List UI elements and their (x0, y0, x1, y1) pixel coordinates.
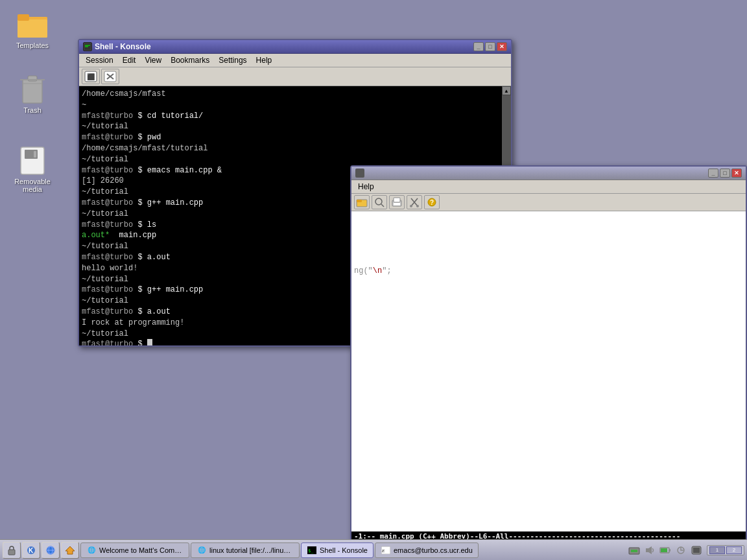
svg-text:K: K (29, 547, 34, 554)
svg-rect-34 (8, 550, 15, 555)
svg-rect-2 (18, 19, 47, 38)
emacs-window-icon (355, 169, 364, 178)
svg-rect-47 (631, 550, 637, 552)
desktop-pager[interactable]: 1 2 (707, 545, 744, 555)
menu-settings[interactable]: Settings (215, 55, 250, 65)
system-tray (625, 544, 706, 557)
systray-network[interactable] (628, 544, 641, 557)
taskbar-item-comucop[interactable]: 🌐 Welcome to Matt's Comucop (80, 542, 189, 558)
svg-rect-27 (394, 203, 400, 205)
svg-text:E: E (381, 548, 385, 554)
svg-text:⬛: ⬛ (87, 73, 95, 81)
trash-icon (17, 74, 48, 105)
emacs-toolbar-search[interactable] (372, 195, 387, 209)
emacs-window: _ □ ✕ Help ? ng("\n"; -1: (350, 165, 747, 553)
trash-label: Trash (23, 106, 42, 114)
lock-screen-button[interactable] (3, 542, 21, 559)
toolbar-close-session[interactable] (101, 69, 119, 84)
desktop-1[interactable]: 1 (709, 546, 725, 554)
menu-bookmarks[interactable]: Bookmarks (167, 55, 213, 65)
removable-label: Removable media (9, 178, 56, 193)
emacs-taskbar-icon: E (381, 545, 391, 555)
desktop-icon-trash[interactable]: Trash (6, 71, 58, 117)
svg-marker-41 (65, 546, 75, 554)
systray-battery[interactable] (659, 544, 672, 557)
maximize-button[interactable]: □ (485, 42, 495, 51)
comucop-icon: 🌐 (86, 545, 97, 555)
browser-button[interactable] (42, 542, 60, 559)
close-button[interactable]: ✕ (497, 42, 507, 51)
emacs-menu-help[interactable]: Help (354, 181, 378, 192)
emacs-toolbar-open[interactable] (354, 195, 370, 209)
systray-sound[interactable] (643, 544, 656, 557)
konsole-titlebar: Shell - Konsole _ □ ✕ (79, 40, 511, 54)
taskbar: K 🌐 Welcome to Matt's Comucop 🌐 linux tu… (0, 539, 747, 560)
systray-misc1[interactable] (674, 544, 687, 557)
emacs-titlebar: _ □ ✕ (351, 167, 746, 180)
emacs-toolbar: ? (351, 194, 746, 211)
systray-misc2[interactable] (690, 544, 703, 557)
svg-rect-51 (661, 548, 667, 552)
svg-rect-3 (18, 14, 29, 21)
svg-marker-48 (646, 546, 652, 554)
taskbar-item-linux-tutorial[interactable]: 🌐 linux tutorial [file:/.../linux_tu... (191, 542, 300, 558)
svg-line-24 (381, 204, 384, 207)
emacs-maximize-button[interactable]: □ (720, 169, 730, 178)
svg-rect-11 (34, 151, 36, 158)
templates-label: Templates (16, 41, 49, 49)
svg-point-23 (375, 198, 382, 205)
home-button[interactable] (61, 542, 79, 559)
emacs-toolbar-print[interactable] (389, 195, 405, 209)
svg-point-31 (416, 205, 419, 207)
svg-rect-50 (669, 549, 670, 552)
shell-konsole-icon: $_ (307, 545, 317, 555)
svg-rect-4 (23, 80, 42, 103)
svg-rect-54 (693, 548, 700, 553)
taskbar-item-shell-konsole[interactable]: $_ Shell - Konsole (301, 542, 374, 558)
svg-text:?: ? (430, 199, 434, 206)
terminal-cursor (147, 339, 152, 345)
emacs-toolbar-cut[interactable] (407, 195, 422, 209)
emacs-toolbar-help[interactable]: ? (424, 195, 440, 209)
scroll-up-button[interactable]: ▲ (502, 86, 511, 95)
menu-session[interactable]: Session (82, 55, 117, 65)
konsole-menubar: Session Edit View Bookmarks Settings Hel… (79, 54, 511, 67)
linux-tutorial-icon: 🌐 (196, 545, 207, 555)
menu-help[interactable]: Help (252, 55, 276, 65)
konsole-title: Shell - Konsole (95, 42, 151, 51)
emacs-minimize-button[interactable]: _ (708, 169, 718, 178)
menu-edit[interactable]: Edit (119, 55, 140, 65)
emacs-close-button[interactable]: ✕ (731, 169, 742, 178)
svg-rect-26 (394, 198, 400, 202)
removable-media-icon (17, 145, 48, 176)
emacs-code-area[interactable]: ng("\n"; (351, 211, 746, 531)
toolbar-new-session[interactable]: ⬛ (82, 69, 100, 84)
folder-icon (17, 9, 48, 40)
desktop-icon-removable[interactable]: Removable media (6, 143, 58, 196)
svg-rect-22 (357, 200, 362, 202)
kde-menu-button[interactable]: K (22, 542, 40, 559)
taskbar-item-emacs[interactable]: E emacs@turbo.cs.ucr.edu (375, 542, 479, 558)
svg-text:$_: $_ (308, 548, 314, 554)
konsole-toolbar: ⬛ (79, 67, 511, 86)
konsole-window-icon (83, 42, 92, 51)
kde-launch-buttons: K (3, 542, 79, 559)
emacs-menubar: Help (351, 180, 746, 194)
menu-view[interactable]: View (141, 55, 165, 65)
desktop-2[interactable]: 2 (726, 546, 742, 554)
minimize-button[interactable]: _ (473, 42, 484, 51)
svg-point-30 (410, 205, 412, 207)
desktop-icon-templates[interactable]: Templates (6, 6, 58, 52)
